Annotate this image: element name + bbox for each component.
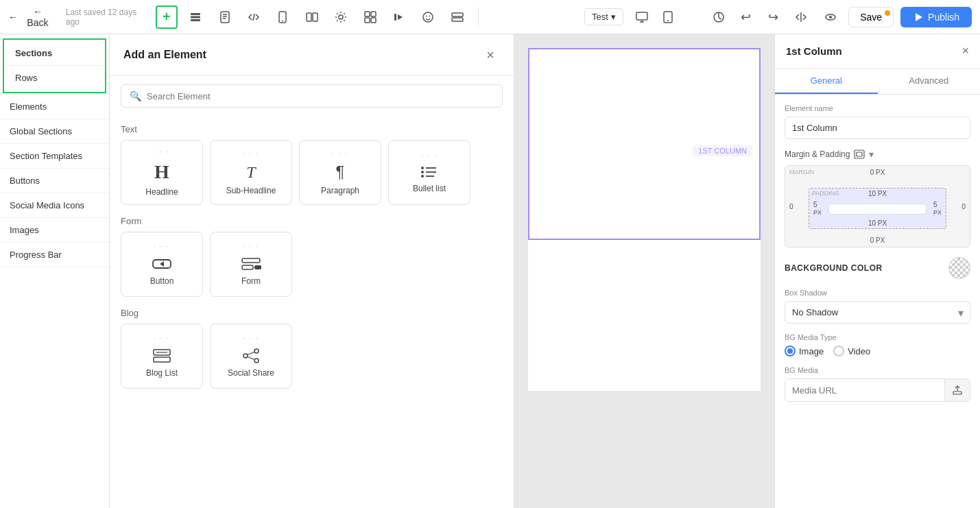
- right-panel-close-button[interactable]: ×: [961, 44, 969, 58]
- settings-icon: [334, 10, 348, 24]
- radio-video[interactable]: Video: [833, 346, 870, 356]
- media-icon-button[interactable]: [388, 5, 410, 29]
- svg-rect-24: [636, 12, 647, 20]
- sub-headline-element[interactable]: · · · T Sub-Headline: [210, 140, 292, 205]
- padding-bottom-value: 10 PX: [868, 219, 887, 227]
- bg-color-swatch[interactable]: [948, 257, 970, 279]
- sidebar-item-social-media[interactable]: Social Media Icons: [0, 193, 109, 218]
- panel-close-button[interactable]: ×: [481, 45, 500, 64]
- padding-top-value: 10 PX: [868, 190, 887, 197]
- button-element[interactable]: · · · Button: [121, 232, 203, 297]
- svg-rect-3: [221, 12, 229, 23]
- radio-image-btn[interactable]: [785, 346, 796, 356]
- search-input-wrap: 🔍: [121, 84, 503, 108]
- sidebar-item-sections[interactable]: Sections: [5, 41, 104, 66]
- radio-image[interactable]: Image: [785, 346, 824, 356]
- sub-headline-icon: T: [246, 163, 255, 182]
- sections-rows-box: Sections Rows: [3, 38, 106, 93]
- publish-icon: [913, 12, 924, 23]
- headline-element[interactable]: · · · H Headline: [121, 140, 203, 205]
- main-content: Sections Rows Elements Global Sections S…: [0, 34, 980, 508]
- tab-advanced[interactable]: Advanced: [878, 69, 981, 94]
- redo-button[interactable]: ↪: [762, 5, 785, 29]
- emoji-icon-button[interactable]: [417, 5, 439, 29]
- compare-icon-button[interactable]: [789, 5, 813, 29]
- tab-general[interactable]: General: [775, 69, 878, 94]
- split-icon-button[interactable]: [446, 5, 468, 29]
- box-shadow-select[interactable]: No Shadow Small Medium Large: [785, 301, 970, 324]
- back-button[interactable]: ← ← Back: [8, 6, 53, 28]
- svg-rect-0: [191, 19, 200, 21]
- svg-point-32: [829, 16, 832, 19]
- dots: · · ·: [421, 152, 438, 159]
- sidebar-item-buttons[interactable]: Buttons: [0, 169, 109, 193]
- right-panel-title: 1st Column: [786, 45, 842, 57]
- code-icon-button[interactable]: [243, 5, 265, 29]
- sidebar-item-section-templates[interactable]: Section Templates: [0, 144, 109, 169]
- columns-icon-button[interactable]: [301, 5, 323, 29]
- blog-list-icon: [152, 348, 171, 364]
- preview-button[interactable]: [820, 5, 841, 29]
- sidebar-item-global-sections[interactable]: Global Sections: [0, 119, 109, 144]
- bg-color-row: BACKGROUND COLOR: [785, 257, 970, 279]
- test-dropdown[interactable]: Test ▾: [584, 8, 623, 25]
- svg-rect-10: [307, 13, 311, 21]
- svg-point-20: [426, 15, 427, 16]
- sidebar-item-rows[interactable]: Rows: [5, 66, 104, 90]
- media-url-input[interactable]: [785, 380, 944, 401]
- margin-right-value: 0: [961, 203, 966, 210]
- undo-button[interactable]: ↩: [734, 5, 758, 29]
- search-input[interactable]: [147, 91, 494, 101]
- grid-icon-button[interactable]: [359, 5, 381, 29]
- svg-marker-33: [916, 13, 922, 21]
- bullet-list-element[interactable]: · · · Bullet list: [388, 140, 470, 205]
- history-icon-button[interactable]: [707, 5, 730, 29]
- element-name-input[interactable]: [785, 117, 970, 139]
- elements-list: Text · · · H Headline · · · T Sub-Headli…: [110, 116, 514, 508]
- panel-title: Add an Element: [123, 49, 206, 61]
- code-icon: [247, 10, 261, 24]
- history-icon: [712, 10, 726, 24]
- paragraph-element[interactable]: · · · ¶ Paragraph: [299, 140, 381, 205]
- svg-rect-14: [371, 12, 376, 16]
- desktop-view-button[interactable]: [630, 5, 654, 29]
- media-upload-button[interactable]: [944, 379, 970, 401]
- social-share-element[interactable]: · · · Social Share: [210, 324, 292, 389]
- layers-icon-button[interactable]: [184, 5, 206, 29]
- dots: · · ·: [243, 150, 259, 158]
- test-label: Test: [592, 12, 608, 22]
- svg-point-34: [421, 167, 424, 169]
- tablet-view-button[interactable]: [656, 5, 680, 29]
- svg-rect-11: [313, 13, 318, 21]
- sidebar-item-progress-bar[interactable]: Progress Bar: [0, 243, 109, 267]
- column-label: 1ST COLUMN: [693, 145, 752, 156]
- svg-point-38: [421, 175, 424, 178]
- save-button[interactable]: Save: [848, 7, 894, 27]
- button-icon: [152, 256, 172, 272]
- add-element-button[interactable]: +: [156, 5, 178, 29]
- sidebar-item-elements[interactable]: Elements: [0, 95, 109, 119]
- mobile-icon-button[interactable]: [272, 5, 294, 29]
- svg-rect-22: [452, 13, 463, 16]
- sidebar-item-images[interactable]: Images: [0, 218, 109, 243]
- columns-icon: [305, 10, 319, 24]
- svg-line-50: [248, 352, 254, 355]
- blog-list-element[interactable]: · · · Blog List: [121, 324, 203, 389]
- headline-label: Headline: [145, 187, 178, 197]
- canvas-column-border: 1ST COLUMN: [528, 48, 761, 240]
- image-radio-label: Image: [799, 346, 824, 356]
- mp-center-box: [828, 204, 927, 215]
- blog-list-label: Blog List: [146, 368, 178, 378]
- unsaved-dot: [885, 10, 890, 16]
- upload-icon: [952, 385, 963, 396]
- publish-button[interactable]: Publish: [900, 7, 972, 27]
- grid-icon: [363, 10, 377, 24]
- form-element[interactable]: · · · Form: [210, 232, 292, 297]
- settings-icon-button[interactable]: [330, 5, 352, 29]
- blog-category-label: Blog: [121, 308, 503, 318]
- margin-left-value: 0: [789, 203, 793, 210]
- layers-icon: [189, 10, 202, 24]
- svg-rect-42: [242, 265, 253, 269]
- page-icon-button[interactable]: [213, 5, 235, 29]
- radio-video-btn[interactable]: [833, 346, 844, 356]
